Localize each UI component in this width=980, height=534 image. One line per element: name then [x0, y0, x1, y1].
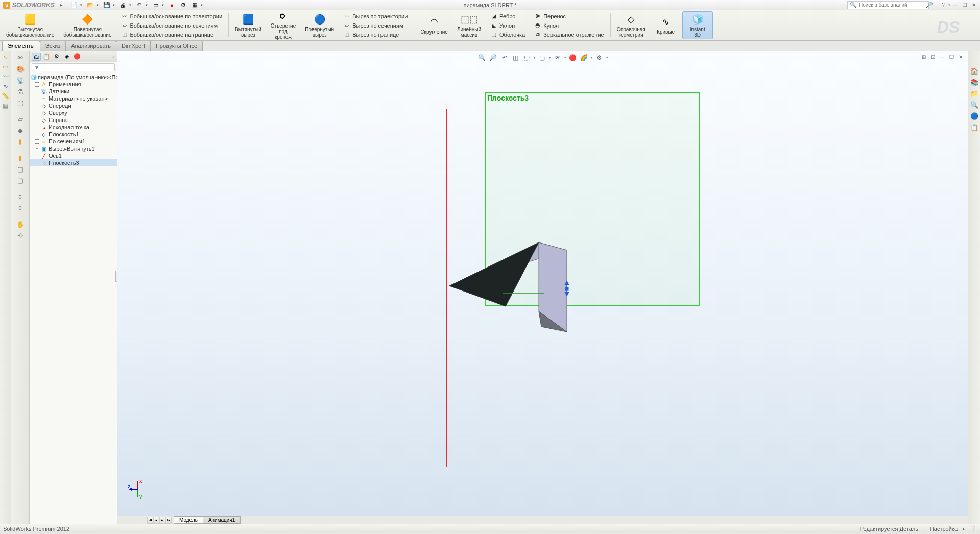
- tool9-icon[interactable]: ▮: [16, 153, 25, 162]
- graphics-viewport[interactable]: 🔍 🔎 ↶ ◫ ⬚▾ ▢▾ 👁▾ 🔴 🌈▾ ⚙▾ ⊞ ⊡ ─ ❐ ✕ Плоск…: [117, 51, 968, 524]
- extruded-cut-button[interactable]: 🟦 Вытянутый вырез: [231, 11, 266, 39]
- tree-cut-extrude1[interactable]: +▣Вырез-Вытянуть1: [30, 145, 117, 152]
- screen-capture-button[interactable]: ▦: [189, 1, 200, 9]
- tree-front-plane[interactable]: ◇Спереди: [30, 102, 117, 109]
- measure-tool-icon[interactable]: 📏: [2, 92, 10, 100]
- filter-icon[interactable]: ⚗: [16, 87, 25, 96]
- status-custom[interactable]: Настройка: [930, 526, 958, 532]
- tree-plane3[interactable]: ◇Плоскость3: [30, 159, 117, 166]
- tab-sketch[interactable]: Эскиз: [40, 41, 66, 51]
- revolved-boss-button[interactable]: 🔶 Повернутая бобышка/основание: [59, 11, 115, 39]
- rebuild-button[interactable]: ●: [167, 1, 177, 9]
- tree-origin[interactable]: ↳Исходная точка: [30, 124, 117, 131]
- boundary-boss-button[interactable]: ◫Бобышка/основание на границе: [119, 30, 225, 39]
- tool14-icon[interactable]: ✋: [16, 220, 25, 229]
- display-style-icon[interactable]: ▢: [538, 53, 547, 62]
- zoom-area-icon[interactable]: 🔎: [489, 53, 498, 62]
- tool15-icon[interactable]: ⟲: [16, 231, 25, 240]
- new-button[interactable]: 📄: [69, 1, 79, 9]
- tab-first-icon[interactable]: ⏮: [147, 517, 153, 524]
- select-tool-icon[interactable]: ↖: [2, 53, 10, 61]
- tree-root[interactable]: 🧊пирамида (По умолчанию<<По умол: [30, 74, 117, 81]
- linear-pattern-button[interactable]: ⬚⬚ Линейный массив: [453, 11, 485, 39]
- 3dsketch-tool-icon[interactable]: ∿: [2, 82, 10, 90]
- minimize-button[interactable]: ─: [951, 2, 960, 9]
- expand-icon[interactable]: +: [35, 82, 39, 87]
- save-button[interactable]: 💾: [102, 1, 112, 9]
- prev-view-icon[interactable]: ↶: [500, 53, 509, 62]
- extruded-boss-button[interactable]: 🟨 Вытянутая бобышка/основание: [2, 11, 58, 39]
- display-manager-tab-icon[interactable]: 🔴: [73, 53, 82, 61]
- expand-icon[interactable]: +: [35, 139, 39, 144]
- tool11-icon[interactable]: ▢: [16, 176, 25, 185]
- tree-material[interactable]: ≡Материал <не указан>: [30, 95, 117, 102]
- custom-props-icon[interactable]: 📋: [970, 123, 979, 132]
- rib-button[interactable]: ◢Ребро: [488, 12, 527, 20]
- orientation-triad[interactable]: x y z: [128, 479, 148, 499]
- hide-show-icon[interactable]: 👁: [16, 53, 25, 62]
- restore-button[interactable]: ❐: [961, 2, 969, 9]
- appearance-icon[interactable]: 🎨: [16, 64, 25, 74]
- tree-filter-input[interactable]: ▼: [32, 63, 115, 71]
- wrap-button[interactable]: ⮞Перенос: [532, 12, 606, 20]
- tree-plane1[interactable]: ◇Плоскость1: [30, 131, 117, 138]
- undo-button[interactable]: ↶: [134, 1, 145, 9]
- tab-features[interactable]: Элементы: [2, 41, 40, 51]
- lofted-cut-button[interactable]: ▱Вырез по сечениям: [341, 21, 410, 30]
- tab-prev-icon[interactable]: ◂: [153, 517, 159, 524]
- status-dropdown-icon[interactable]: ▴: [963, 527, 965, 531]
- view-settings-icon[interactable]: ⚙: [595, 53, 604, 62]
- expand-icon[interactable]: +: [35, 147, 39, 151]
- tool8-icon[interactable]: ▮: [16, 137, 25, 146]
- tree-top-plane[interactable]: ◇Сверху: [30, 109, 117, 116]
- feature-tree-tab-icon[interactable]: 🗂: [32, 53, 41, 61]
- property-manager-tab-icon[interactable]: 📋: [42, 53, 51, 61]
- reference-geometry-button[interactable]: ◇ Справочная геометрия: [613, 11, 650, 39]
- mirror-button[interactable]: ⧉Зеркальное отражение: [532, 30, 606, 39]
- lofted-boss-button[interactable]: ▱Бобышка/основание по сечениям: [119, 21, 225, 30]
- revolved-cut-button[interactable]: 🔵 Повернутый вырез: [301, 11, 338, 39]
- zoom-fit-icon[interactable]: 🔍: [477, 53, 487, 62]
- tool5-icon[interactable]: ⬚: [16, 98, 25, 107]
- tab-last-icon[interactable]: ⏭: [165, 517, 172, 524]
- tree-right-plane[interactable]: ◇Справа: [30, 116, 117, 124]
- tab-next-icon[interactable]: ▸: [159, 517, 165, 524]
- view-palette-icon[interactable]: 🔍: [970, 100, 979, 109]
- hole-wizard-button[interactable]: ⭘ Отверстие под крепеж: [267, 11, 300, 39]
- mdi-close-icon[interactable]: ✕: [957, 53, 965, 60]
- section-view-icon[interactable]: ◫: [511, 53, 520, 62]
- box-select-icon[interactable]: ▭: [2, 63, 10, 71]
- edit-appearance-icon[interactable]: 🔴: [568, 53, 578, 62]
- status-help-icon[interactable]: ❔: [970, 525, 977, 532]
- tool7-icon[interactable]: ◆: [16, 126, 25, 135]
- search-input[interactable]: [859, 2, 924, 8]
- open-button[interactable]: 📂: [85, 1, 95, 9]
- mass-tool-icon[interactable]: ▦: [2, 102, 10, 110]
- sketch-tool-icon[interactable]: 〰: [2, 72, 10, 81]
- sensor-icon[interactable]: 📡: [16, 76, 25, 85]
- tab-dimxpert[interactable]: DimXpert: [116, 41, 151, 51]
- mdi-tile-icon[interactable]: ⊞: [920, 53, 928, 60]
- menu-expand-icon[interactable]: ▸: [58, 2, 65, 8]
- bottom-tab-model[interactable]: Модель: [174, 516, 203, 524]
- help-button[interactable]: ?: [939, 2, 947, 9]
- boundary-cut-button[interactable]: ◫Вырез по границе: [341, 30, 410, 39]
- instant3d-button[interactable]: 🧊 Instant 3D: [682, 11, 713, 39]
- panel-expand-icon[interactable]: »: [112, 54, 115, 59]
- mdi-minimize-icon[interactable]: ─: [938, 53, 946, 60]
- options-button[interactable]: ⚙: [178, 1, 188, 9]
- appearances-icon[interactable]: 🔵: [970, 111, 979, 120]
- config-manager-tab-icon[interactable]: ⚙: [52, 53, 61, 61]
- select-button[interactable]: ▭: [151, 1, 161, 9]
- tool10-icon[interactable]: ▢: [16, 164, 25, 174]
- file-explorer-icon[interactable]: 📁: [970, 89, 979, 98]
- tab-office[interactable]: Продукты Office: [150, 41, 203, 51]
- design-library-icon[interactable]: 📚: [970, 78, 979, 87]
- dome-button[interactable]: ◓Купол: [532, 21, 606, 30]
- tree-annotations[interactable]: +AПримечания: [30, 81, 117, 88]
- search-box[interactable]: 🔍 🔎: [847, 1, 929, 9]
- mdi-cascade-icon[interactable]: ⊡: [929, 53, 937, 60]
- apply-scene-icon[interactable]: 🌈: [580, 53, 589, 62]
- tree-axis1[interactable]: ╱Ось1: [30, 152, 117, 159]
- draft-button[interactable]: ◣Уклон: [488, 21, 527, 30]
